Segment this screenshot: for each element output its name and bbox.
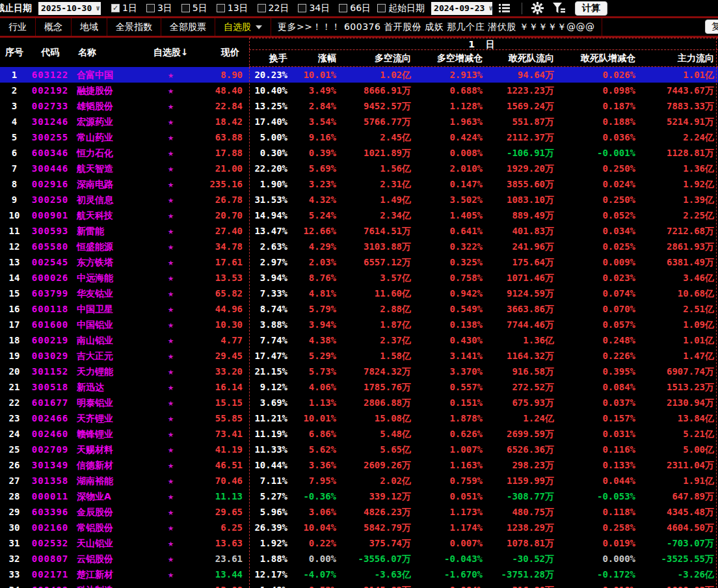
start-date-checkbox[interactable]: 起始日期 xyxy=(377,3,425,14)
table-row[interactable]: 18 600219 南山铝业 ★ 4.77 7.74% 4.38% 2.37亿 … xyxy=(0,332,718,348)
watchlist-star-icon[interactable]: ★ xyxy=(140,83,202,98)
table-row[interactable]: 9 300250 初灵信息 ★ 26.78 31.53% 4.32% 1.49亿… xyxy=(0,192,718,207)
watchlist-star-icon[interactable]: ★ xyxy=(140,67,202,83)
col-header-main-force-flow[interactable]: 主力流向 xyxy=(639,50,718,66)
table-row[interactable]: 26 301349 信德新材 ★ 46.51 10.44% 3.36% 2609… xyxy=(0,457,718,473)
watchlist-star-icon[interactable]: ★ xyxy=(140,114,202,129)
col-header-turnover[interactable]: 换手 xyxy=(249,50,291,66)
watchlist-star-icon[interactable]: ★ xyxy=(140,379,202,395)
table-row[interactable]: 30 002160 常铝股份 ★ 6.25 26.39% 10.04% 5842… xyxy=(0,520,718,535)
table-row[interactable]: 8 002916 深南电路 ★ 235.16 1.90% 3.23% 2.31亿… xyxy=(0,176,718,192)
table-row[interactable]: 1 603122 合富中国 ★ 8.90 20.23% 10.01% 1.02亿… xyxy=(0,67,718,83)
col-header-watchlist-sort[interactable]: 自选股↓ xyxy=(140,38,202,67)
filter-icon[interactable] xyxy=(553,3,566,14)
watchlist-star-icon[interactable]: ★ xyxy=(140,301,202,317)
gear-icon[interactable] xyxy=(531,2,544,14)
col-header-index[interactable]: 序号 xyxy=(0,38,29,67)
watchlist-star-icon[interactable]: ★ xyxy=(140,332,202,348)
watchlist-star-icon[interactable]: ★ xyxy=(140,473,202,488)
table-row[interactable]: 34 600499 科达制造 ★ 13.08 1.49% 0.52% 9145.… xyxy=(0,582,718,588)
watchlist-star-icon[interactable]: ★ xyxy=(140,426,202,442)
watchlist-star-icon[interactable]: ★ xyxy=(140,239,202,254)
table-row[interactable]: 22 601677 明泰铝业 ★ 15.15 3.69% 1.13% 2806.… xyxy=(0,395,718,410)
table-row[interactable]: 10 000901 航天科技 ★ 20.70 14.94% 5.24% 2.34… xyxy=(0,207,718,223)
table-row[interactable]: 15 603799 华友钴业 ★ 65.82 7.33% 4.81% 11.60… xyxy=(0,286,718,301)
col-header-code[interactable]: 代码 xyxy=(29,38,72,67)
category-tab[interactable]: 地域 xyxy=(72,18,107,36)
watchlist-star-icon[interactable]: ★ xyxy=(140,520,202,535)
col-header-change[interactable]: 涨幅 xyxy=(291,50,340,66)
watchlist-star-icon[interactable]: ★ xyxy=(140,348,202,364)
table-row[interactable]: 17 601600 中国铝业 ★ 10.30 3.88% 3.94% 1.87亿… xyxy=(0,317,718,332)
table-row[interactable]: 7 300446 航天智造 ★ 21.00 22.20% 5.69% 1.56亿… xyxy=(0,161,718,176)
category-tab[interactable]: 自选股 xyxy=(215,18,271,36)
period-checkbox[interactable]: ✓ 1日 xyxy=(111,3,137,14)
watchlist-star-icon[interactable]: ★ xyxy=(140,457,202,473)
watchlist-star-icon[interactable]: ★ xyxy=(140,145,202,161)
table-row[interactable]: 11 300593 新雷能 ★ 27.40 13.47% 12.66% 7614… xyxy=(0,223,718,239)
watchlist-star-icon[interactable]: ★ xyxy=(140,286,202,301)
watchlist-star-icon[interactable]: ★ xyxy=(140,270,202,286)
table-row[interactable]: 20 301152 天力锂能 ★ 33.20 21.15% 5.73% 7824… xyxy=(0,364,718,379)
table-row[interactable]: 12 605580 恒盛能源 ★ 34.78 2.63% 4.29% 3103.… xyxy=(0,239,718,254)
watchlist-star-icon[interactable]: ★ xyxy=(140,176,202,192)
watchlist-star-icon[interactable]: ★ xyxy=(140,567,202,582)
table-row[interactable]: 23 002466 天齐锂业 ★ 55.85 11.21% 10.01% 15.… xyxy=(0,410,718,426)
watchlist-star-icon[interactable]: ★ xyxy=(140,317,202,332)
col-header-bullbear-flow[interactable]: 多空流向 xyxy=(340,50,415,66)
period-checkbox[interactable]: 66日 xyxy=(339,3,371,14)
table-row[interactable]: 13 002545 东方铁塔 ★ 17.61 2.97% 2.03% 6557.… xyxy=(0,254,718,270)
table-row[interactable]: 6 600346 恒力石化 ★ 17.88 0.30% 0.39% 1021.8… xyxy=(0,145,718,161)
table-row[interactable]: 29 603396 金辰股份 ★ 29.65 5.96% 3.06% 4826.… xyxy=(0,504,718,520)
start-date-select[interactable]: 2024-09-23 ∨ xyxy=(431,2,492,15)
watchlist-star-icon[interactable]: ★ xyxy=(140,551,202,567)
table-row[interactable]: 24 002460 赣锋锂业 ★ 73.41 11.19% 6.86% 5.48… xyxy=(0,426,718,442)
col-header-price[interactable]: 现价 xyxy=(202,38,246,67)
watchlist-star-icon[interactable]: ★ xyxy=(140,535,202,551)
table-row[interactable]: 31 002532 天山铝业 ★ 13.63 1.92% 0.22% 375.7… xyxy=(0,535,718,551)
col-header-name[interactable]: 名称 xyxy=(72,38,140,67)
period-checkbox[interactable]: 5日 xyxy=(181,3,207,14)
watchlist-star-icon[interactable]: ★ xyxy=(140,98,202,114)
watchlist-star-icon[interactable]: ★ xyxy=(140,254,202,270)
table-row[interactable]: 33 002171 楚江新材 ★ 13.44 12.17% -4.07% -3.… xyxy=(0,567,718,582)
period-checkbox[interactable]: 34日 xyxy=(298,3,330,14)
watchlist-star-icon[interactable]: ★ xyxy=(140,161,202,176)
table-row[interactable]: 16 600118 中国卫星 ★ 44.96 8.74% 5.79% 2.88亿… xyxy=(0,301,718,317)
col-header-bullbear-position-change[interactable]: 多空增减仓 xyxy=(415,50,486,66)
table-row[interactable]: 27 301358 湖南裕能 ★ 70.46 7.11% 7.95% 2.02亿… xyxy=(0,473,718,488)
category-tab[interactable]: 行业 xyxy=(0,18,36,36)
end-date-select[interactable]: 2025-10-30 ∨ xyxy=(38,2,101,15)
watchlist-star-icon[interactable]: ★ xyxy=(140,504,202,520)
table-row[interactable]: 14 600026 中远海能 ★ 13.53 3.94% 8.76% 3.57亿… xyxy=(0,270,718,286)
list-settings-icon[interactable] xyxy=(499,3,510,13)
watchlist-star-icon[interactable]: ★ xyxy=(140,410,202,426)
period-checkbox[interactable]: 22日 xyxy=(258,3,289,14)
table-row[interactable]: 28 000011 深物业A ★ 11.13 5.27% -0.36% 339.… xyxy=(0,488,718,504)
watchlist-star-icon[interactable]: ★ xyxy=(140,442,202,457)
category-tab[interactable]: 全景指数 xyxy=(107,18,161,36)
period-checkbox[interactable]: 13日 xyxy=(217,3,248,14)
watchlist-star-icon[interactable]: ★ xyxy=(140,488,202,504)
watchlist-star-icon[interactable]: ★ xyxy=(140,582,202,588)
category-tab[interactable]: 概念 xyxy=(36,18,72,36)
clipped-right-button[interactable]: 复 xyxy=(705,20,718,34)
table-row[interactable]: 21 300518 新迅达 ★ 16.14 9.12% 4.06% 1785.7… xyxy=(0,379,718,395)
table-row[interactable]: 32 000807 云铝股份 ★ 23.61 1.88% 0.00% -3556… xyxy=(0,551,718,567)
table-row[interactable]: 25 002709 天赐材料 ★ 41.19 11.33% 5.62% 5.65… xyxy=(0,442,718,457)
category-tab[interactable]: 全部股票 xyxy=(161,18,215,36)
table-row[interactable]: 5 300255 常山药业 ★ 63.88 5.00% 9.16% 2.45亿 … xyxy=(0,129,718,145)
watchlist-star-icon[interactable]: ★ xyxy=(140,395,202,410)
col-header-daredevil-position-change[interactable]: 敢死队增减仓 xyxy=(558,50,639,66)
period-checkbox[interactable]: 3日 xyxy=(146,3,172,14)
table-row[interactable]: 19 003029 吉大正元 ★ 29.45 17.47% 5.29% 1.58… xyxy=(0,348,718,364)
watchlist-star-icon[interactable]: ★ xyxy=(140,129,202,145)
table-row[interactable]: 2 002192 融捷股份 ★ 48.40 10.40% 3.49% 8666.… xyxy=(0,83,718,98)
table-row[interactable]: 4 301246 宏源药业 ★ 18.42 17.40% 3.54% 5766.… xyxy=(0,114,718,129)
watchlist-star-icon[interactable]: ★ xyxy=(140,364,202,379)
watchlist-star-icon[interactable]: ★ xyxy=(140,207,202,223)
watchlist-star-icon[interactable]: ★ xyxy=(140,223,202,239)
watchlist-star-icon[interactable]: ★ xyxy=(140,192,202,207)
col-header-daredevil-flow[interactable]: 敢死队流向 xyxy=(486,50,558,66)
calculate-button[interactable]: 计算 xyxy=(575,1,607,16)
